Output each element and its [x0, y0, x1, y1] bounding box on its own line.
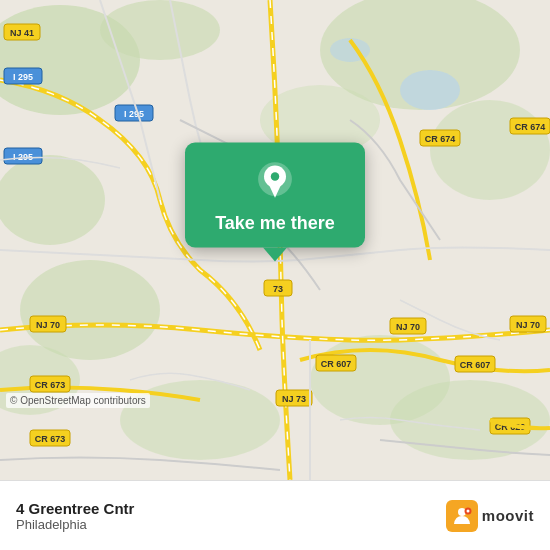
popup-arrow: [263, 247, 287, 261]
svg-text:CR 607: CR 607: [460, 360, 491, 370]
location-info: 4 Greentree Cntr Philadelphia: [16, 500, 436, 532]
svg-text:CR 673: CR 673: [35, 380, 66, 390]
svg-text:I 295: I 295: [124, 109, 144, 119]
location-subtitle: Philadelphia: [16, 517, 436, 532]
bottom-bar: 4 Greentree Cntr Philadelphia moovit: [0, 480, 550, 550]
svg-point-12: [400, 70, 460, 110]
svg-text:CR 674: CR 674: [515, 122, 546, 132]
location-pin-icon: [253, 160, 297, 204]
svg-point-6: [20, 260, 160, 360]
svg-text:CR 607: CR 607: [321, 359, 352, 369]
take-me-there-popup[interactable]: Take me there: [185, 142, 365, 261]
moovit-logo[interactable]: moovit: [446, 500, 534, 532]
location-name: 4 Greentree Cntr: [16, 500, 436, 517]
svg-text:NJ 73: NJ 73: [282, 394, 306, 404]
svg-point-48: [271, 172, 279, 180]
take-me-there-label: Take me there: [215, 212, 335, 233]
svg-text:NJ 41: NJ 41: [10, 28, 34, 38]
svg-point-5: [0, 155, 105, 245]
moovit-icon: [446, 500, 478, 532]
moovit-text: moovit: [482, 507, 534, 524]
svg-point-53: [466, 509, 469, 512]
map-attribution: © OpenStreetMap contributors: [6, 393, 150, 408]
svg-text:NJ 70: NJ 70: [396, 322, 420, 332]
svg-text:73: 73: [273, 284, 283, 294]
svg-text:NJ 70: NJ 70: [516, 320, 540, 330]
map-container: I 295 I 295 I 295 NJ 41 NJ 70 NJ 70 NJ 7…: [0, 0, 550, 480]
svg-text:NJ 70: NJ 70: [36, 320, 60, 330]
popup-box[interactable]: Take me there: [185, 142, 365, 247]
svg-text:CR 673: CR 673: [35, 434, 66, 444]
svg-point-4: [430, 100, 550, 200]
svg-text:CR 674: CR 674: [425, 134, 456, 144]
svg-text:I 295: I 295: [13, 72, 33, 82]
